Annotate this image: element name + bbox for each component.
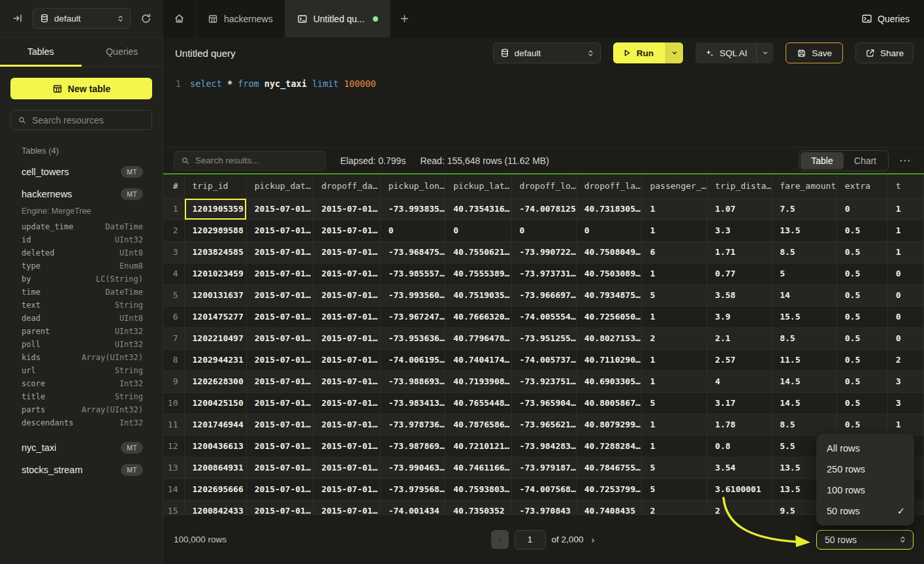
table-cell[interactable]: 2015-07-01…	[246, 220, 313, 241]
column-header-t[interactable]: t	[887, 174, 923, 198]
table-cell[interactable]: 1	[642, 371, 707, 392]
table-cell[interactable]: 40.7408435	[576, 500, 642, 514]
run-options-button[interactable]	[665, 42, 683, 63]
table-cell[interactable]: 0	[445, 220, 511, 241]
table-cell[interactable]: 0	[887, 306, 923, 327]
table-cell[interactable]: 40.7796478…	[445, 327, 511, 349]
table-cell[interactable]: 40.7593803…	[445, 478, 511, 500]
new-tab-button[interactable]	[390, 0, 419, 37]
table-cell[interactable]: 1201905359	[184, 198, 246, 220]
table-cell[interactable]: -73.968475…	[380, 241, 445, 263]
table-cell[interactable]: 5	[642, 457, 707, 478]
table-cell[interactable]: -73.993560…	[380, 284, 445, 306]
tab-hackernews[interactable]: hackernews	[196, 0, 285, 37]
refresh-icon[interactable]	[137, 10, 154, 27]
table-cell[interactable]: 2	[642, 500, 707, 514]
table-cell[interactable]: 8.5	[772, 414, 837, 435]
table-cell[interactable]: 40.7354316…	[445, 198, 511, 220]
table-cell[interactable]: 2015-07-01…	[313, 414, 381, 435]
column-header-dropoff_la[interactable]: dropoff_la…	[576, 174, 642, 198]
table-cell[interactable]: 0	[576, 220, 642, 241]
column-header-trip_dista[interactable]: trip_dista…	[707, 174, 772, 198]
table-cell[interactable]: 1200864931	[184, 457, 246, 478]
table-cell[interactable]: 0.5	[836, 349, 887, 371]
table-cell[interactable]: 15.5	[772, 306, 837, 327]
table-cell[interactable]: 1	[887, 198, 923, 220]
table-cell[interactable]: 0.77	[707, 263, 772, 284]
table-cell[interactable]: 2.1	[707, 327, 772, 349]
table-cell[interactable]: -74.005554…	[511, 306, 576, 327]
table-cell[interactable]: 2015-07-01…	[246, 284, 313, 306]
table-cell[interactable]: 1202210497	[184, 327, 246, 349]
table-cell[interactable]: -73.983413…	[380, 392, 445, 414]
table-cell[interactable]: -73.965621…	[511, 414, 576, 435]
table-cell[interactable]: 2015-07-01…	[246, 306, 313, 327]
global-database-selector[interactable]: default	[33, 8, 131, 29]
column-header-trip_id[interactable]: trip_id	[184, 174, 246, 198]
table-cell[interactable]: 2.57	[707, 349, 772, 371]
toggle-chart[interactable]: Chart	[844, 152, 887, 169]
column-header-extra[interactable]: extra	[836, 174, 887, 198]
table-cell[interactable]: 2015-07-01…	[313, 349, 381, 371]
table-cell[interactable]: 1	[642, 435, 707, 457]
column-header-dropoff_da[interactable]: dropoff_da…	[313, 174, 381, 198]
table-cell[interactable]: 2015-07-01…	[313, 435, 381, 457]
table-cell[interactable]: -73.965904…	[511, 392, 576, 414]
table-cell[interactable]: -73.984283…	[511, 435, 576, 457]
table-cell[interactable]: 1203824585	[184, 241, 246, 263]
table-cell[interactable]: -73.973731…	[511, 263, 576, 284]
table-cell[interactable]: -73.951255…	[511, 327, 576, 349]
sidebar-tab-tables[interactable]: Tables	[0, 37, 82, 66]
table-cell[interactable]: -73.979187…	[511, 457, 576, 478]
table-cell[interactable]: 40.7461166…	[445, 457, 511, 478]
table-cell[interactable]: 2015-07-01…	[313, 198, 381, 220]
page-number-input[interactable]	[515, 530, 546, 550]
results-search[interactable]	[174, 151, 326, 171]
table-cell[interactable]: 0.5	[836, 327, 887, 349]
table-cell[interactable]: 0	[380, 220, 445, 241]
table-cell[interactable]: 0.5	[836, 371, 887, 392]
table-cell[interactable]: 2015-07-01…	[246, 371, 313, 392]
results-more-button[interactable]: ⋯	[897, 154, 914, 167]
table-cell[interactable]: 3	[887, 392, 923, 414]
table-cell[interactable]: 2	[707, 500, 772, 514]
table-cell[interactable]: 2015-07-01…	[313, 284, 381, 306]
share-button[interactable]: Share	[855, 42, 914, 63]
table-cell[interactable]: 1	[642, 263, 707, 284]
column-header-dropoff_lo[interactable]: dropoff_lo…	[511, 174, 576, 198]
resource-search[interactable]	[10, 110, 152, 130]
table-cell[interactable]: 1200842433	[184, 500, 246, 514]
next-page-button[interactable]: ›	[589, 534, 596, 545]
table-cell[interactable]: 40.8005867…	[576, 392, 642, 414]
table-cell[interactable]: 2	[642, 327, 707, 349]
sidebar-tab-queries[interactable]: Queries	[82, 37, 163, 66]
run-button[interactable]: Run	[613, 42, 665, 63]
table-cell[interactable]: -73.988693…	[380, 371, 445, 392]
sidebar-table-nyc-taxi[interactable]: nyc_taxi MT	[22, 437, 143, 459]
table-cell[interactable]: 1	[642, 198, 707, 220]
table-cell[interactable]: 0	[887, 263, 923, 284]
table-cell[interactable]: 40.7404174…	[445, 349, 511, 371]
table-cell[interactable]: 40.7666320…	[445, 306, 511, 327]
table-cell[interactable]: 1	[887, 241, 923, 263]
table-cell[interactable]: 2015-07-01…	[313, 478, 381, 500]
table-cell[interactable]: 40.7193908…	[445, 371, 511, 392]
table-cell[interactable]: 40.6903305…	[576, 371, 642, 392]
table-cell[interactable]: 4	[707, 371, 772, 392]
table-cell[interactable]: 13.5	[772, 220, 837, 241]
new-table-button[interactable]: New table	[10, 78, 152, 99]
table-cell[interactable]: 1.07	[707, 198, 772, 220]
table-cell[interactable]: 40.7655448…	[445, 392, 511, 414]
table-cell[interactable]: -73.979568…	[380, 478, 445, 500]
table-cell[interactable]: 2015-07-01…	[246, 392, 313, 414]
table-cell[interactable]: 40.7519035…	[445, 284, 511, 306]
table-cell[interactable]: 3.54	[707, 457, 772, 478]
table-cell[interactable]: -73.993835…	[380, 198, 445, 220]
table-cell[interactable]: 2	[887, 349, 923, 371]
sql-editor[interactable]: 1 select * from nyc_taxi limit 100000	[163, 69, 924, 147]
table-cell[interactable]: -73.990722…	[511, 241, 576, 263]
table-cell[interactable]: 40.7876586…	[445, 414, 511, 435]
table-cell[interactable]: -73.987869…	[380, 435, 445, 457]
table-cell[interactable]: 2015-07-01…	[246, 263, 313, 284]
table-cell[interactable]: -73.978736…	[380, 414, 445, 435]
